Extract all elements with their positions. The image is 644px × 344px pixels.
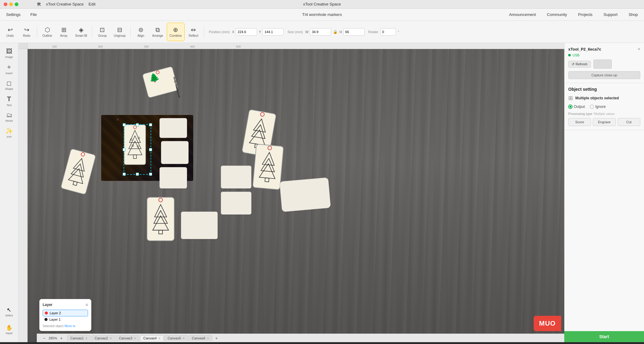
layer-1-item[interactable]: Layer 1 xyxy=(43,316,88,323)
insert-icon: + xyxy=(7,63,11,71)
projects-nav[interactable]: Projects xyxy=(576,11,595,18)
tab-close-4[interactable]: × xyxy=(159,337,160,340)
sidebar-item-vector[interactable]: 🗂 Vector xyxy=(2,109,17,124)
canvas-content[interactable]: 🌲 Merry Christmas from Tidecombe ✕ xyxy=(28,49,564,342)
x-field-group: X xyxy=(232,28,257,36)
file-nav[interactable]: File xyxy=(28,11,39,18)
zoom-minus[interactable]: − xyxy=(42,336,47,341)
tab-close-2[interactable]: × xyxy=(110,337,112,340)
blank-tag-2[interactable] xyxy=(161,141,189,164)
tag-design-1[interactable]: 🌲 Merry Christmas from Tidecombe xyxy=(140,63,188,106)
community-nav[interactable]: Community xyxy=(544,11,569,18)
tag-design-2[interactable]: Merry Christmas from Tidecombe xyxy=(53,146,103,201)
blank-tag-large[interactable] xyxy=(279,177,331,212)
ungroup-icon: ⊟ xyxy=(117,26,122,33)
ruler-corner xyxy=(18,43,28,49)
array-icon: ⊞ xyxy=(61,26,67,33)
settings-nav[interactable]: Settings xyxy=(4,11,23,18)
rotate-input[interactable] xyxy=(381,28,396,36)
maximize-btn[interactable] xyxy=(15,2,18,6)
edit-menu[interactable]: Edit xyxy=(89,2,95,6)
svg-rect-0 xyxy=(142,66,178,98)
zoom-controls: − 285% + xyxy=(39,334,67,342)
refresh-button[interactable]: ↺ Refresh xyxy=(568,61,591,68)
layer-2-item[interactable]: Layer 2 xyxy=(43,310,88,316)
tab-close-3[interactable]: × xyxy=(134,337,136,340)
w-input[interactable] xyxy=(310,28,331,36)
engrave-button[interactable]: Engrave xyxy=(593,118,615,126)
ruler-tick-200: 200 xyxy=(98,45,103,48)
smart-fill-icon: ◈ xyxy=(79,26,83,33)
tab-canvas5[interactable]: Canvas5 × xyxy=(164,335,188,341)
tab-canvas2[interactable]: Canvas2 × xyxy=(91,335,115,341)
output-radio-dot xyxy=(568,105,573,109)
combine-button[interactable]: ⊕ Combine xyxy=(167,23,185,41)
minimize-btn[interactable] xyxy=(9,2,13,6)
shop-nav[interactable]: Shop xyxy=(626,11,640,18)
zoom-plus[interactable]: + xyxy=(59,336,64,341)
position-label: Position (mm) xyxy=(209,30,230,34)
tab-close-6[interactable]: × xyxy=(207,337,209,340)
redo-button[interactable]: ↪ Redo xyxy=(19,23,34,41)
undo-button[interactable]: ↩ Undo xyxy=(2,23,18,41)
sidebar-item-insert[interactable]: + Insert xyxy=(2,61,17,77)
tab-close-5[interactable]: × xyxy=(183,337,185,340)
blank-tag-6[interactable] xyxy=(181,212,218,239)
close-panel-icon[interactable]: × xyxy=(638,47,640,52)
titlebar-menus: 🛠 xTool Creative Space Edit xyxy=(18,2,95,7)
score-button[interactable]: Score xyxy=(568,118,591,126)
announcement-nav[interactable]: Announcement xyxy=(507,11,538,18)
reflect-button[interactable]: ⇔ Reflect xyxy=(186,23,201,41)
blank-tag-1[interactable] xyxy=(159,118,187,138)
output-radio[interactable]: Output xyxy=(568,105,585,109)
sidebar-item-shape[interactable]: ◻ Shape xyxy=(2,77,17,93)
canvas-area[interactable]: 100 200 300 400 500 🌲 Merry Christmas fr… xyxy=(18,43,564,342)
arrange-button[interactable]: ⧉ Arrange xyxy=(150,23,166,41)
tag-design-5[interactable]: Merry Christmas from Tidecombe xyxy=(144,196,178,245)
ruler-top: 100 200 300 400 500 xyxy=(28,43,564,49)
outline-button[interactable]: ⬡ Outline xyxy=(40,23,55,41)
tab-close-1[interactable]: × xyxy=(86,337,87,340)
sidebar-item-image[interactable]: 🖼 Image xyxy=(2,45,17,61)
muo-badge[interactable]: MUO xyxy=(534,316,561,331)
tab-canvas1[interactable]: Canvas1 × xyxy=(67,335,91,341)
ignore-radio[interactable]: Ignore xyxy=(590,105,606,109)
toolbar-divider-2 xyxy=(92,26,92,38)
capture-button[interactable]: Capture close-up xyxy=(568,71,640,79)
combine-icon: ⊕ xyxy=(173,26,178,33)
x-input[interactable] xyxy=(236,28,257,36)
y-input[interactable] xyxy=(262,28,284,36)
blank-tag-5[interactable] xyxy=(221,192,251,215)
add-canvas-tab[interactable]: + xyxy=(213,335,220,342)
cut-button[interactable]: Cut xyxy=(618,118,640,126)
size-fields: Size (mm) W 🔒 H xyxy=(287,28,364,36)
hand-tool[interactable]: ✋ Hand xyxy=(2,322,17,337)
group-button[interactable]: ⊡ Group xyxy=(95,23,110,41)
tab-canvas6[interactable]: Canvas6 × xyxy=(189,335,212,341)
layer-panel: Layer ≡ Layer 2 Layer 1 Selected object … xyxy=(39,299,91,331)
blank-tag-3[interactable] xyxy=(159,167,187,189)
h-input[interactable] xyxy=(343,28,365,36)
selected-tree-svg[interactable]: Merry Christmas from Tidecombe xyxy=(124,124,151,175)
tab-canvas4[interactable]: Canvas4 × xyxy=(140,335,163,341)
close-btn[interactable] xyxy=(4,2,7,6)
sidebar-item-text[interactable]: T Text xyxy=(2,93,17,109)
topnav-right: Announcement Community Projects Support … xyxy=(507,11,640,18)
align-button[interactable]: ⊜ Align xyxy=(133,23,148,41)
smart-fill-button[interactable]: ◈ Smart fill xyxy=(73,23,90,41)
tab-canvas3[interactable]: Canvas3 × xyxy=(116,335,139,341)
move-to-link[interactable]: Move to xyxy=(64,324,75,328)
app-name-menu[interactable]: xTool Creative Space xyxy=(46,2,84,6)
array-button[interactable]: ⊞ Array xyxy=(56,23,71,41)
svg-text:from: from xyxy=(94,185,98,190)
sidebar-item-xart[interactable]: ✨ xArt xyxy=(2,125,17,140)
w-field-group: W xyxy=(305,28,331,36)
layer-menu-icon[interactable]: ≡ xyxy=(86,302,88,307)
support-nav[interactable]: Support xyxy=(601,11,620,18)
select-tool[interactable]: ↖ Select xyxy=(2,304,17,319)
image-icon: 🖼 xyxy=(6,48,12,55)
start-button[interactable]: Start xyxy=(564,331,644,342)
ungroup-button[interactable]: ⊟ Ungroup xyxy=(111,23,128,41)
device-section: xTool_P2_6eca7c × USB ↺ Refresh Capture … xyxy=(565,43,644,83)
ruler-left xyxy=(18,49,28,342)
